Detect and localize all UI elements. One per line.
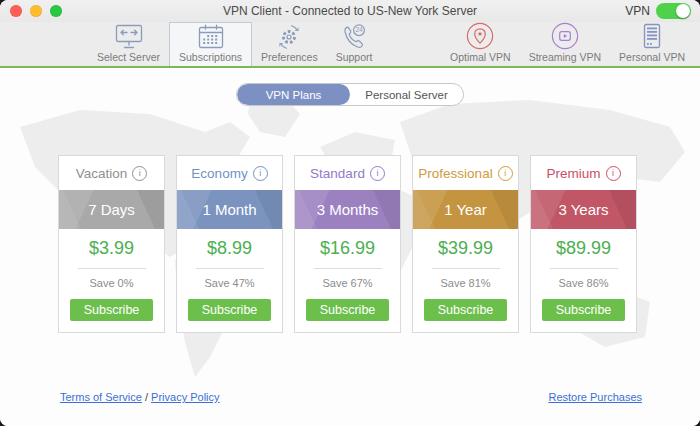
legal-links: Terms of Service / Privacy Policy [60,391,220,403]
vpn-toggle-label: VPN [625,4,650,18]
link-separator: / [142,391,151,403]
plan-save-label: Save 47% [177,277,282,289]
divider [78,268,146,269]
toolbar-item-label: Preferences [261,51,318,63]
plan-duration-banner: 3 Months [295,190,400,229]
plan-title-row: Premium i [531,156,636,190]
toolbar-item-label: Support [336,51,373,63]
plan-name: Professional [418,166,492,181]
plan-title-row: Standard i [295,156,400,190]
vpn-on-off-toggle[interactable] [656,3,691,19]
vpn-client-window: VPN Client - Connected to US-New York Se… [0,0,700,426]
plan-price: $39.99 [413,238,518,259]
info-icon[interactable]: i [606,166,621,181]
toolbar-item-select-server[interactable]: Select Server [88,22,169,66]
plan-name: Premium [546,166,600,181]
toolbar-item-personal-vpn[interactable]: Personal VPN [610,22,694,66]
subscribe-button[interactable]: Subscribe [70,299,153,321]
divider [432,268,500,269]
plan-save-label: Save 67% [295,277,400,289]
phone-24-icon: 24 [339,23,369,50]
toolbar-item-label: Subscriptions [179,51,242,63]
minimize-window-button[interactable] [30,5,42,17]
plan-save-label: Save 0% [59,277,164,289]
plan-title-row: Economy i [177,156,282,190]
plan-price: $8.99 [177,238,282,259]
tab-personal-server[interactable]: Personal Server [350,84,463,105]
plan-title-row: Professional i [413,156,518,190]
terms-of-service-link[interactable]: Terms of Service [60,391,142,403]
pin-star-icon [466,22,494,50]
divider [314,268,382,269]
plan-duration-banner: 7 Days [59,190,164,229]
plan-duration-banner: 3 Years [531,190,636,229]
info-icon[interactable]: i [370,166,385,181]
plan-card-professional: Professional i 1 Year $39.99 Save 81% Su… [412,155,519,333]
plan-title-row: Vacation i [59,156,164,190]
toolbar-item-label: Select Server [97,51,160,63]
toolbar: Select Server Subscriptions [0,22,700,66]
restore-purchases-area: Restore Purchases [548,391,642,403]
main-content: VPN Plans Personal Server Vacation i 7 D… [0,68,700,426]
plan-save-label: Save 81% [413,277,518,289]
plan-name: Standard [310,166,365,181]
server-stack-icon [639,22,665,50]
subscribe-button[interactable]: Subscribe [188,299,271,321]
calendar-icon [196,23,226,50]
subscribe-button[interactable]: Subscribe [424,299,507,321]
plan-card-vacation: Vacation i 7 Days $3.99 Save 0% Subscrib… [58,155,165,333]
divider [196,268,264,269]
plan-price: $3.99 [59,238,164,259]
plan-duration-banner: 1 Year [413,190,518,229]
title-bar: VPN Client - Connected to US-New York Se… [0,0,700,22]
plan-duration-banner: 1 Month [177,190,282,229]
subscribe-button[interactable]: Subscribe [542,299,625,321]
restore-purchases-link[interactable]: Restore Purchases [548,391,642,403]
window-title: VPN Client - Connected to US-New York Se… [223,4,477,18]
plan-card-premium: Premium i 3 Years $89.99 Save 86% Subscr… [530,155,637,333]
vpn-toggle-area: VPN [625,3,691,19]
toggle-knob [676,4,690,18]
subscribe-button[interactable]: Subscribe [306,299,389,321]
zoom-window-button[interactable] [50,5,62,17]
plan-card-standard: Standard i 3 Months $16.99 Save 67% Subs… [294,155,401,333]
plan-save-label: Save 86% [531,277,636,289]
toolbar-item-support[interactable]: 24 Support [327,22,382,66]
toolbar-item-label: Personal VPN [619,51,685,63]
plan-card-economy: Economy i 1 Month $8.99 Save 47% Subscri… [176,155,283,333]
privacy-policy-link[interactable]: Privacy Policy [151,391,219,403]
monitor-arrows-icon [114,23,144,50]
toolbar-item-streaming-vpn[interactable]: Streaming VPN [520,22,610,66]
window-controls [10,5,62,17]
tab-vpn-plans[interactable]: VPN Plans [237,84,350,105]
gear-sync-icon [274,23,304,50]
plan-name: Vacation [76,166,128,181]
plan-price: $89.99 [531,238,636,259]
info-icon[interactable]: i [498,166,513,181]
info-icon[interactable]: i [253,166,268,181]
pricing-cards-row: Vacation i 7 Days $3.99 Save 0% Subscrib… [58,155,637,333]
plan-price: $16.99 [295,238,400,259]
info-icon[interactable]: i [132,166,147,181]
divider [550,268,618,269]
toolbar-right-group: Optimal VPN Streaming VPN [441,22,694,66]
svg-text:24: 24 [355,26,363,33]
plans-segmented-control: VPN Plans Personal Server [236,83,464,106]
toolbar-item-subscriptions[interactable]: Subscriptions [169,22,252,66]
toolbar-item-label: Streaming VPN [529,51,601,63]
plan-name: Economy [191,166,247,181]
close-window-button[interactable] [10,5,22,17]
toolbar-item-optimal-vpn[interactable]: Optimal VPN [441,22,520,66]
play-circle-icon [551,22,579,50]
toolbar-item-label: Optimal VPN [450,51,511,63]
toolbar-item-preferences[interactable]: Preferences [252,22,327,66]
